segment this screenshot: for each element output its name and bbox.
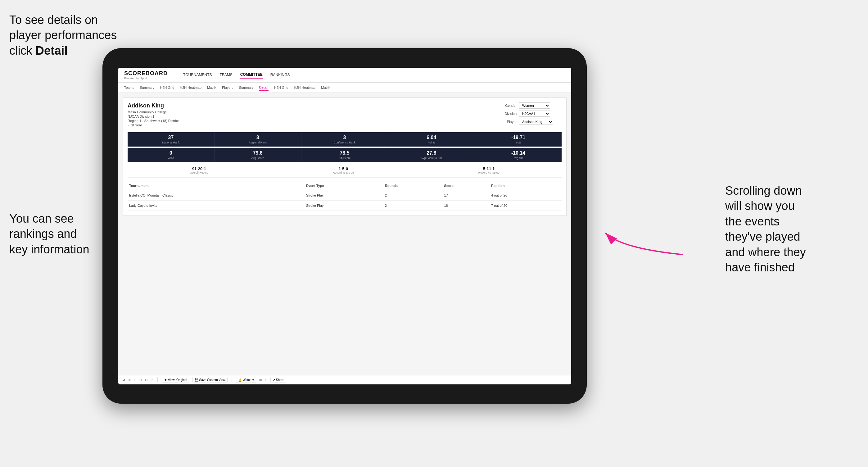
- stat-avg-score-label: Avg Score: [218, 156, 298, 160]
- table-row: Estella CC- Mountain Classic Stroke Play…: [128, 190, 562, 200]
- record-overall: 91-20-1 Overall Record: [190, 166, 208, 174]
- sub-nav: Teams Summary H2H Grid H2H Heatmap Matri…: [118, 83, 571, 93]
- event2-rounds: 2: [383, 200, 443, 211]
- save-custom-view-button[interactable]: 💾 Save Custom View: [192, 377, 227, 383]
- stat-wins-label: Wins: [131, 156, 211, 160]
- events-table: Tournament Event Type Rounds Score Posit…: [128, 181, 562, 211]
- main-content[interactable]: Addison King Mesa Community College NJCA…: [118, 93, 571, 375]
- stat-conference-rank: 3 Conference Rank: [302, 132, 389, 147]
- redo-icon[interactable]: ↻: [128, 378, 131, 382]
- record-top25-value: 1-5-0: [333, 166, 354, 171]
- event2-position: 7 out of 20: [490, 200, 562, 211]
- sub-nav-matrix1[interactable]: Matrix: [207, 85, 216, 90]
- sub-nav-teams[interactable]: Teams: [124, 85, 134, 90]
- player-year: First Year: [128, 123, 179, 127]
- view-original-button[interactable]: 👁 View: Original: [162, 377, 189, 383]
- stat-national-rank-label: National Rank: [131, 141, 211, 144]
- toolbar-separator: [157, 377, 158, 382]
- record-overall-value: 91-20-1: [190, 166, 208, 171]
- table-row: Lady Coyote Invite Stroke Play 2 16 7 ou…: [128, 200, 562, 211]
- event2-type: Stroke Play: [305, 200, 383, 211]
- watch-chevron: ▾: [252, 378, 254, 382]
- tablet-screen: SCOREBOARD Powered by clippd TOURNAMENTS…: [118, 68, 571, 384]
- stat-avg-score-par-value: 27.8: [391, 150, 471, 156]
- stat-national-rank-value: 37: [131, 135, 211, 141]
- nav-teams[interactable]: TEAMS: [219, 71, 232, 78]
- stat-wins-value: 0: [131, 150, 211, 156]
- player-college: Mesa Community College: [128, 110, 179, 114]
- table-head: Tournament Event Type Rounds Score Posit…: [128, 181, 562, 190]
- annotation-r6: have finished: [725, 261, 795, 274]
- sub-nav-matrix2[interactable]: Matrix: [321, 85, 330, 90]
- nav-tournaments[interactable]: TOURNAMENTS: [183, 71, 212, 78]
- col-position: Position: [490, 181, 562, 190]
- bottom-toolbar: ↺ ↻ ⊞ ⊡ ⊟ ◷ 👁 View: Original 💾 Save Cust…: [118, 375, 571, 384]
- record-overall-label: Overall Record: [190, 171, 208, 174]
- annotation-bold: Detail: [35, 44, 67, 57]
- share-button[interactable]: ↗ Share: [270, 377, 286, 383]
- gender-control: Gender Women: [499, 102, 562, 109]
- stat-avg-sg-value: -10.14: [478, 150, 558, 156]
- toolbar-icon1[interactable]: ⊞: [134, 378, 136, 382]
- toolbar-icon4[interactable]: ◷: [151, 378, 153, 382]
- nav-items: TOURNAMENTS TEAMS COMMITTEE RANKINGS: [183, 71, 290, 79]
- stat-conference-rank-value: 3: [305, 135, 385, 141]
- undo-icon[interactable]: ↺: [123, 378, 125, 382]
- stat-regional-rank-label: Regional Rank: [218, 141, 298, 144]
- sub-nav-summary1[interactable]: Summary: [140, 85, 154, 90]
- sub-nav-summary2[interactable]: Summary: [239, 85, 254, 90]
- division-select[interactable]: NJCAA I: [519, 111, 550, 117]
- sub-nav-h2hgrid1[interactable]: H2H Grid: [160, 85, 174, 90]
- watch-label: Watch: [243, 378, 251, 382]
- nav-committee[interactable]: COMMITTEE: [240, 71, 262, 79]
- sub-nav-h2hheatmap2[interactable]: H2H Heatmap: [294, 85, 316, 90]
- annotation-top-left: To see details on player performances cl…: [9, 12, 127, 58]
- division-label: Division: [499, 112, 517, 116]
- view-icon: 👁: [164, 378, 167, 382]
- toolbar-icon3[interactable]: ⊟: [145, 378, 148, 382]
- save-icon: 💾: [195, 378, 198, 382]
- sub-nav-h2hgrid2[interactable]: H2H Grid: [274, 85, 288, 90]
- player-select[interactable]: Addison King: [519, 119, 553, 125]
- event1-position: 4 out of 20: [490, 190, 562, 200]
- event1-type: Stroke Play: [305, 190, 383, 200]
- stat-regional-rank: 3 Regional Rank: [215, 132, 302, 147]
- table-body: Estella CC- Mountain Classic Stroke Play…: [128, 190, 562, 211]
- toolbar-icon6[interactable]: ⊡: [265, 378, 267, 382]
- save-label: Save Custom View: [199, 378, 225, 382]
- col-tournament: Tournament: [128, 181, 305, 190]
- toolbar-icon2[interactable]: ⊡: [140, 378, 142, 382]
- player-control: Player Addison King: [499, 119, 562, 125]
- gender-select[interactable]: Women: [519, 102, 550, 109]
- toolbar-icon5[interactable]: ⊞: [259, 378, 262, 382]
- nav-rankings[interactable]: RANKINGS: [270, 71, 290, 78]
- sub-nav-players[interactable]: Players: [222, 85, 234, 90]
- app-container: SCOREBOARD Powered by clippd TOURNAMENTS…: [118, 68, 571, 384]
- gender-label: Gender: [499, 104, 517, 107]
- sub-nav-detail[interactable]: Detail: [259, 85, 269, 91]
- record-top25-label: Record vs top 25: [333, 171, 354, 174]
- record-top50-label: Record vs top 50: [478, 171, 499, 174]
- record-top50: 5-11-1 Record vs top 50: [478, 166, 499, 174]
- annotation-r4: they've played: [725, 230, 800, 243]
- logo-title: SCOREBOARD: [124, 70, 168, 77]
- player-division: NJCAA Division 1: [128, 115, 179, 118]
- watch-button[interactable]: 🔔 Watch ▾: [236, 377, 256, 383]
- stat-points-label: Points: [391, 141, 471, 144]
- stat-sos: -19.71 SoS: [475, 132, 562, 147]
- player-region: Region 1 - Southwest (18) District: [128, 119, 179, 123]
- records-row: 91-20-1 Overall Record 1-5-0 Record vs t…: [128, 163, 562, 178]
- player-label: Player: [499, 120, 517, 124]
- annotation-line1: You can see: [9, 212, 74, 225]
- stat-points: 6.04 Points: [388, 132, 475, 147]
- col-score: Score: [442, 181, 490, 190]
- stat-national-rank: 37 National Rank: [128, 132, 215, 147]
- col-rounds: Rounds: [383, 181, 443, 190]
- logo-sub: Powered by clippd: [124, 77, 168, 80]
- stat-avg-sg: -10.14 Avg SG: [475, 148, 562, 162]
- sub-nav-h2hheatmap1[interactable]: H2H Heatmap: [180, 85, 202, 90]
- stats-row-2: 0 Wins 79.6 Avg Score 78.5 Adj Score 2: [128, 148, 562, 162]
- stat-adj-score-value: 78.5: [305, 150, 385, 156]
- stat-avg-score-value: 79.6: [218, 150, 298, 156]
- annotation-r1: Scrolling down: [725, 184, 802, 197]
